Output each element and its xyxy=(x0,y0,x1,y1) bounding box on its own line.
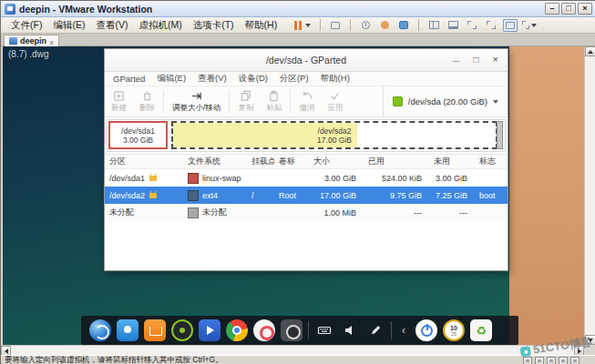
clock-widget[interactable]: 10 25 xyxy=(443,319,465,341)
copy-icon xyxy=(240,90,251,102)
header-flags: 标志 xyxy=(475,156,509,167)
gparted-maximize-icon[interactable] xyxy=(474,48,479,72)
file-manager-icon[interactable] xyxy=(117,319,138,341)
menu-vm[interactable]: 虚拟机(M) xyxy=(134,17,186,34)
header-filesystem: 文件系统 xyxy=(183,156,247,167)
partition-table: 分区 文件系统 挂载点 卷标 大小 已用 未用 标志 /dev/sda1 lin… xyxy=(105,155,508,221)
header-size: 大小 xyxy=(309,156,364,167)
vmware-statusbar: 要将输入定向到该虚拟机，请将鼠标指针移入其中或按 Ctrl+G。 xyxy=(1,355,595,364)
visual-partition-unallocated[interactable] xyxy=(497,121,503,149)
vm-screen-icon xyxy=(9,37,17,45)
gparted-menu-device[interactable]: 设备(D) xyxy=(239,73,268,85)
vmware-logo-icon xyxy=(5,4,15,15)
take-snapshot-icon[interactable] xyxy=(358,19,373,32)
table-row-sda2-selected[interactable]: /dev/sda2 ext4 / Root 17.00 GiB 9.75 GiB… xyxy=(105,187,508,204)
gparted-close-icon[interactable] xyxy=(493,48,498,72)
vmware-window-title: deepin - VMware Workstation xyxy=(19,4,152,15)
gparted-menu-partition[interactable]: 分区(P) xyxy=(280,73,309,85)
partition-visual-bar: /dev/sda1 3.00 GiB /dev/sda2 17.00 GiB xyxy=(105,117,508,155)
table-row-unallocated[interactable]: 未分配 未分配 1.00 MiB --- --- xyxy=(105,204,508,221)
usb-status-icon[interactable] xyxy=(570,357,580,364)
sound-status-icon[interactable] xyxy=(559,357,568,364)
vmware-tabbar: deepin xyxy=(1,34,595,46)
fullscreen-icon[interactable] xyxy=(465,19,479,32)
gparted-menu-edit[interactable]: 编辑(E) xyxy=(157,73,186,85)
network-status-icon[interactable] xyxy=(547,357,556,364)
menu-tabs[interactable]: 选项卡(T) xyxy=(189,17,239,34)
lock-icon xyxy=(149,193,157,198)
unity-mode-icon[interactable] xyxy=(484,19,498,32)
gparted-menu-help[interactable]: 帮助(H) xyxy=(321,73,350,85)
trash-icon[interactable] xyxy=(470,319,492,341)
tab-deepin[interactable]: deepin xyxy=(4,35,59,46)
gparted-title: /dev/sda - GParted xyxy=(105,55,508,66)
show-library-icon[interactable] xyxy=(426,19,441,32)
menu-view[interactable]: 查看(V) xyxy=(91,17,132,34)
volume-icon[interactable] xyxy=(340,320,360,340)
delete-partition-button[interactable]: 删除 xyxy=(133,86,161,116)
new-icon xyxy=(113,90,125,102)
show-thumbnail-bar-icon[interactable] xyxy=(446,19,460,32)
fs-color-swatch xyxy=(188,190,199,201)
lock-icon xyxy=(149,176,157,181)
suspend-button[interactable] xyxy=(292,20,313,31)
tray-collapse-icon[interactable] xyxy=(397,324,410,337)
visual-partition-sda2[interactable]: /dev/sda2 17.00 GiB xyxy=(171,121,498,149)
device-selector[interactable]: /dev/sda (20.00 GiB) xyxy=(383,86,508,116)
revert-snapshot-icon[interactable] xyxy=(377,19,392,32)
vertical-scrollbar[interactable] xyxy=(584,46,595,345)
device-selector-value: /dev/sda (20.00 GiB) xyxy=(408,96,487,106)
gparted-window: /dev/sda - GParted GParted 编辑(E) 查看(V) 设… xyxy=(104,48,508,271)
resize-arrow-icon xyxy=(190,90,202,102)
chrome-icon[interactable] xyxy=(226,319,248,341)
desktop-file-label[interactable]: (8.7) .dwg xyxy=(8,49,48,59)
minimize-icon[interactable] xyxy=(545,3,559,15)
scroll-up-icon[interactable] xyxy=(585,46,595,56)
table-row-sda1[interactable]: /dev/sda1 linux-swap 3.00 GiB 524.00 KiB… xyxy=(105,169,508,187)
close-icon[interactable] xyxy=(578,3,592,15)
maximize-icon[interactable] xyxy=(561,3,576,15)
header-unused: 未用 xyxy=(429,156,475,167)
music-icon[interactable] xyxy=(171,319,193,341)
control-center-icon[interactable] xyxy=(253,319,275,341)
pen-input-icon[interactable] xyxy=(365,320,385,340)
watermark-logo-icon xyxy=(520,346,531,357)
vm-console: (8.7) .dwg /dev/sda - GParted GParted 编辑… xyxy=(3,46,584,345)
device-color-swatch xyxy=(393,96,403,106)
header-mountpoint: 挂载点 xyxy=(247,156,274,167)
header-label: 卷标 xyxy=(274,156,309,167)
menu-file[interactable]: 文件(F) xyxy=(6,17,46,34)
keyboard-layout-icon[interactable] xyxy=(314,320,334,340)
send-ctrl-alt-del-icon[interactable] xyxy=(328,19,343,32)
gparted-minimize-icon[interactable] xyxy=(453,48,460,72)
launcher-icon[interactable] xyxy=(89,319,111,341)
visual-partition-sda1[interactable]: /dev/sda1 3.00 GiB xyxy=(108,121,168,149)
new-partition-button[interactable]: 新建 xyxy=(105,86,133,116)
paste-button[interactable]: 粘贴 xyxy=(260,86,288,116)
snapshot-manager-icon[interactable] xyxy=(396,19,411,32)
menu-help[interactable]: 帮助(H) xyxy=(241,17,282,34)
app-store-icon[interactable] xyxy=(144,319,166,341)
menu-edit[interactable]: 编辑(E) xyxy=(48,17,89,34)
gparted-menu-view[interactable]: 查看(V) xyxy=(198,73,227,85)
console-view-icon[interactable] xyxy=(503,19,518,32)
apply-button[interactable]: 应用 xyxy=(321,86,349,116)
gparted-titlebar[interactable]: /dev/sda - GParted xyxy=(105,49,508,72)
check-icon xyxy=(329,90,341,102)
power-icon[interactable] xyxy=(415,319,437,341)
disk-utility-icon[interactable] xyxy=(281,319,303,341)
wallpaper-sand xyxy=(509,46,584,345)
gparted-menu-gparted[interactable]: GParted xyxy=(113,74,145,84)
copy-button[interactable]: 复制 xyxy=(231,86,260,116)
vmware-titlebar: deepin - VMware Workstation xyxy=(1,1,595,17)
free-stretch-icon[interactable] xyxy=(522,19,537,32)
deepin-dock: 10 25 xyxy=(81,316,518,345)
resize-move-button[interactable]: 调整大小/移动 xyxy=(166,86,227,116)
fs-color-swatch xyxy=(188,173,199,184)
table-header-row: 分区 文件系统 挂载点 卷标 大小 已用 未用 标志 xyxy=(105,155,508,169)
status-message: 要将输入定向到该虚拟机，请将鼠标指针移入其中或按 Ctrl+G。 xyxy=(5,355,223,364)
horizontal-scrollbar[interactable] xyxy=(1,345,584,355)
undo-button[interactable]: 撤消 xyxy=(292,86,321,116)
vmware-menubar: 文件(F) 编辑(E) 查看(V) 虚拟机(M) 选项卡(T) 帮助(H) xyxy=(1,17,595,34)
movie-icon[interactable] xyxy=(199,319,221,341)
